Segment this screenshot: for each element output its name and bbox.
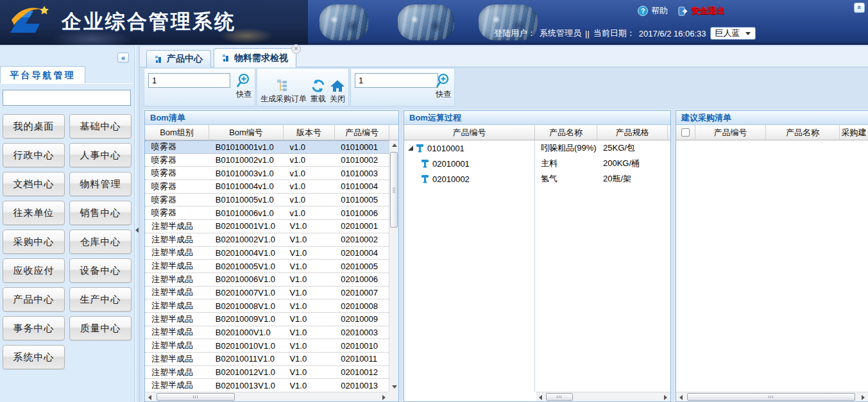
sidebar-item-销售中心[interactable]: 销售中心	[69, 201, 132, 225]
horizontal-scroll-thumb[interactable]	[546, 393, 573, 401]
scroll-down-icon[interactable]	[389, 382, 399, 392]
table-row[interactable]: 注塑半成品B02010010V1.0V1.002010010	[145, 339, 389, 353]
tree-expand-icon[interactable]	[408, 146, 413, 151]
app-logo-icon	[4, 3, 62, 40]
sidebar-nav-tab[interactable]: 平台导航管理	[0, 66, 85, 83]
cell: 02010012	[334, 367, 389, 377]
help-icon[interactable]: ?	[638, 6, 648, 16]
column-header-product-no[interactable]: 产品编号	[404, 125, 535, 140]
column-header-product-spec[interactable]: 产品规格	[597, 125, 668, 140]
sidebar-item-系统中心[interactable]: 系统中心	[3, 345, 65, 369]
close-button[interactable]: 关闭	[330, 78, 345, 103]
tree-node[interactable]: 01010001	[404, 140, 534, 156]
tab-product-center[interactable]: 产品中心	[146, 50, 211, 67]
table-row[interactable]: 注塑半成品B02010012V1.0V1.002010012	[145, 366, 389, 380]
scroll-left-icon[interactable]	[536, 392, 545, 402]
table-row[interactable]: 注塑半成品B02010013V1.0V1.002010013	[145, 379, 389, 392]
column-header-product-name[interactable]: 产品名称	[535, 125, 597, 140]
table-row[interactable]: 注塑半成品B02010009V1.0V1.002010009	[145, 313, 389, 326]
tree-row-details[interactable]: 主料200KG/桶	[536, 156, 670, 171]
tab-material-requirement-review[interactable]: 物料需求检视 ✕	[214, 48, 296, 67]
table-row[interactable]: 注塑半成品B02010008V1.0V1.002010008	[145, 299, 389, 313]
sidebar-collapse-button[interactable]: «	[117, 53, 129, 63]
table-row[interactable]: 喷雾器B01010003v1.0v1.001010003	[145, 167, 389, 180]
table-row[interactable]: 注塑半成品B02010004V1.0V1.002010004	[145, 247, 389, 260]
sidebar-item-产品中心[interactable]: 产品中心	[3, 287, 65, 312]
horizontal-scroll-thumb[interactable]	[687, 393, 855, 401]
product-name-cell: 主料	[536, 158, 598, 169]
cell: V1.0	[283, 221, 334, 231]
reload-button[interactable]: 重载	[311, 78, 326, 103]
table-row[interactable]: 注塑半成品B02010006V1.0V1.002010006	[145, 273, 389, 287]
scroll-left-icon[interactable]	[676, 392, 686, 402]
tab-close-icon[interactable]: ✕	[291, 44, 301, 54]
table-row[interactable]: 注塑半成品B02010007V1.0V1.002010007	[145, 287, 389, 300]
scroll-left-icon[interactable]	[145, 392, 155, 402]
logout-icon[interactable]	[678, 6, 688, 16]
help-link[interactable]: 帮助	[651, 5, 668, 17]
sidebar-item-行政中心[interactable]: 行政中心	[3, 143, 65, 167]
sidebar-item-采购中心[interactable]: 采购中心	[3, 230, 65, 254]
sidebar-item-人事中心[interactable]: 人事中心	[69, 143, 132, 167]
header-collapse-button[interactable]: «	[854, 3, 865, 13]
sidebar-item-仓库中心[interactable]: 仓库中心	[69, 230, 132, 254]
column-header-bom-no[interactable]: Bom编号	[209, 125, 284, 140]
sidebar-item-应收应付[interactable]: 应收应付	[3, 258, 65, 283]
table-row[interactable]: 注塑半成品B02010005V1.0V1.002010005	[145, 260, 389, 273]
sidebar-item-质量中心[interactable]: 质量中心	[69, 316, 132, 340]
tree-node[interactable]: 02010002	[404, 171, 534, 187]
vertical-scroll-thumb[interactable]	[390, 152, 398, 228]
select-all-checkbox[interactable]	[681, 128, 690, 137]
purchase-list-horizontal-scrollbar[interactable]	[676, 392, 868, 401]
column-header-product-no[interactable]: 产品编号	[335, 125, 389, 140]
bom-process-horizontal-scrollbar[interactable]	[536, 392, 670, 401]
horizontal-scroll-thumb[interactable]	[157, 393, 235, 401]
generate-purchase-order-button[interactable]: 生成采购订单	[260, 78, 307, 103]
scroll-up-icon[interactable]	[389, 140, 399, 150]
splitter-collapse-arrow-icon[interactable]	[135, 228, 139, 233]
bom-quick-search-input[interactable]	[148, 73, 230, 88]
sidebar-item-往来单位[interactable]: 往来单位	[3, 201, 65, 225]
tab-label: 产品中心	[167, 53, 203, 65]
sidebar-search-input[interactable]	[3, 90, 131, 106]
column-header-product-no[interactable]: 产品编号	[695, 125, 766, 140]
table-row[interactable]: 注塑半成品B02010002V1.0V1.002010002	[145, 233, 389, 247]
sidebar-item-生产中心[interactable]: 生产中心	[69, 287, 132, 312]
table-row[interactable]: 喷雾器B01010006v1.0v1.001010006	[145, 206, 389, 220]
product-spec-cell: 20瓶/架	[598, 173, 631, 185]
cell: v1.0	[283, 142, 334, 152]
scroll-right-icon[interactable]	[379, 392, 389, 402]
logout-link[interactable]: 安全退出	[691, 5, 724, 17]
bom-list-horizontal-scrollbar[interactable]	[145, 392, 389, 401]
sidebar-item-设备中心[interactable]: 设备中心	[69, 258, 132, 283]
column-header-bom-group[interactable]: Bom组别	[145, 125, 209, 140]
table-row[interactable]: 注塑半成品B02010001V1.0V1.002010001	[145, 220, 389, 233]
column-header-product-name[interactable]: 产品名称	[766, 125, 840, 140]
tree-row-details[interactable]: 氢气20瓶/架	[536, 171, 670, 187]
table-row[interactable]: 喷雾器B01010002v1.0v1.001010002	[145, 154, 389, 167]
sidebar-item-事务中心[interactable]: 事务中心	[3, 316, 65, 340]
bom-list-vertical-scrollbar[interactable]	[389, 140, 398, 392]
quick-search-button-right[interactable]: 快查	[435, 72, 452, 99]
select-all-header-cell	[676, 125, 695, 140]
scroll-right-icon[interactable]	[858, 392, 868, 402]
sidebar-item-文档中心[interactable]: 文档中心	[3, 172, 65, 196]
column-header-version[interactable]: 版本号	[284, 125, 335, 140]
sidebar-item-基础中心[interactable]: 基础中心	[69, 114, 132, 138]
cell: B01010005v1.0	[209, 195, 284, 205]
sidebar-item-我的桌面[interactable]: 我的桌面	[3, 114, 65, 138]
tree-node[interactable]: 02010001	[404, 156, 534, 171]
table-row[interactable]: 注塑半成品B02010011V1.0V1.002010011	[145, 353, 389, 366]
table-row[interactable]: 喷雾器B01010001v1.0v1.001010001	[145, 140, 389, 154]
table-row[interactable]: 喷雾器B01010005v1.0v1.001010005	[145, 194, 389, 207]
quick-search-button-left[interactable]: 快查	[235, 72, 252, 99]
sidebar-splitter[interactable]	[135, 46, 140, 402]
tree-row-details[interactable]: 吲哚粗品(99%)25KG/包	[536, 140, 670, 156]
column-header-purchase-suggestion[interactable]: 采购建议	[840, 125, 868, 140]
table-row[interactable]: 喷雾器B01010004v1.0v1.001010004	[145, 180, 389, 194]
table-row[interactable]: 注塑半成品B0201000V1.0V1.002010003	[145, 326, 389, 340]
sidebar-item-物料管理[interactable]: 物料管理	[69, 172, 132, 196]
scroll-right-icon[interactable]	[661, 392, 670, 402]
purchase-quick-search-input[interactable]	[355, 73, 438, 88]
theme-selector[interactable]: 巨人蓝	[710, 27, 756, 40]
